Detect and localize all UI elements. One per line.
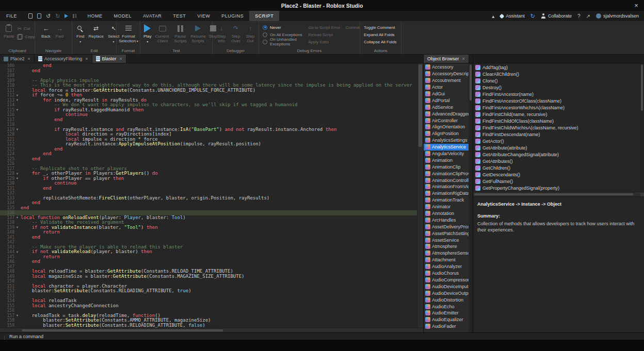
apply-edits-button[interactable]: Apply Edits [308, 38, 340, 45]
quick-play-icon[interactable] [65, 14, 68, 18]
member-item[interactable]: Clone() [473, 77, 639, 84]
file-menu-button[interactable]: FILE [0, 11, 23, 21]
class-item[interactable]: AudioFader [424, 323, 469, 330]
step-into-button[interactable]: Step Into [216, 21, 227, 43]
quick-pause-icon[interactable] [73, 14, 76, 18]
class-item[interactable]: AnalyticsSettings [424, 137, 469, 144]
class-item[interactable]: AnimationFromVideoCreator [424, 183, 469, 190]
tab-test[interactable]: TEST [167, 11, 191, 21]
code-line[interactable]: if not validateInstance(blaster, "Tool")… [21, 225, 417, 230]
member-item[interactable]: FindFirstAncestorOfClass(className) [473, 97, 639, 104]
member-item[interactable]: Destroy() [473, 84, 639, 91]
help-icon[interactable] [577, 13, 581, 19]
class-item[interactable]: AdGui [424, 91, 469, 97]
tab-model[interactable]: MODEL [108, 11, 137, 21]
member-item[interactable]: GetAttributes() [473, 158, 639, 164]
current-client-button[interactable]: Current:Client [155, 21, 170, 43]
command-input[interactable]: Run a command [9, 334, 43, 339]
class-item[interactable]: AudioDeviceOutput [424, 290, 469, 296]
tab-plugins[interactable]: PLUGINS [216, 11, 249, 21]
member-item[interactable]: FindFirstAncestorWhichIsA(className) [473, 104, 639, 111]
code-line[interactable]: return [21, 230, 417, 235]
class-item[interactable]: Annotation [424, 210, 469, 217]
code-line[interactable]: end [21, 235, 417, 240]
class-item[interactable]: AnimationClipProvider [424, 170, 469, 177]
tab-avatar[interactable]: AVATAR [137, 11, 167, 21]
member-item[interactable]: GetAttribute(attribute) [473, 144, 639, 151]
member-item[interactable]: GetChildren() [473, 164, 639, 171]
object-browser-tab[interactable]: Object Browser [424, 55, 469, 63]
close-object-browser-icon[interactable] [462, 56, 465, 61]
sync-icon[interactable] [530, 13, 535, 20]
member-list-scrollbar[interactable] [640, 63, 644, 192]
class-item[interactable]: Atmosphere [424, 243, 469, 250]
find-button[interactable]: Find [76, 21, 85, 44]
class-item[interactable]: AudioChorus [424, 270, 469, 277]
collaborate-button[interactable]: Collaborate [541, 13, 572, 19]
member-item[interactable]: GetFullName() [473, 178, 639, 185]
class-item[interactable]: AssetDeliveryProxy [424, 223, 469, 230]
member-item[interactable]: GetAttributeChangedSignal(attribute) [473, 151, 639, 158]
code-line[interactable]: replicateShotRemote:FireClient(otherPlay… [21, 196, 417, 201]
class-item[interactable]: AtmosphereSensor [424, 250, 469, 257]
class-item[interactable]: Attachment [424, 257, 469, 263]
pause-scripts-button[interactable]: Pause Scripts [173, 21, 187, 43]
class-item[interactable]: AnimationRigData [424, 190, 469, 197]
copy-button[interactable]: Copy [17, 34, 35, 40]
forward-button[interactable]: Fwd [56, 21, 63, 39]
class-item[interactable]: AlignOrientation [424, 124, 469, 130]
class-item[interactable]: AirController [424, 117, 469, 124]
code-editor[interactable]: 106107108109110111112▾113▾114115▾1161171… [0, 63, 417, 328]
assistant-button[interactable]: Assistant [500, 13, 525, 19]
class-item[interactable]: AlignPosition [424, 130, 469, 137]
code-line[interactable]: end [21, 200, 417, 206]
class-item[interactable]: AngularVelocity [424, 151, 469, 157]
code-line[interactable]: end [21, 152, 417, 157]
code-line[interactable]: if otherPlayer == player then [21, 176, 417, 181]
class-item[interactable]: AdvancedDragger [424, 110, 469, 117]
radio-on-unhandled-exceptions[interactable]: On Unhandled Exceptions [263, 38, 303, 45]
class-item[interactable]: Accessory [424, 64, 469, 71]
member-list-horizontal-scrollbar[interactable] [473, 192, 644, 196]
goto-script-error-button[interactable]: Go to Script Error [308, 24, 340, 31]
member-item[interactable]: GetPropertyChangedSignal(property) [473, 185, 639, 191]
doc-tab-accessoryfiltering[interactable]: AccessoryFiltering [35, 55, 92, 63]
close-button[interactable] [629, 0, 644, 11]
scrollbar-thumb[interactable] [22, 329, 223, 331]
expand-all-folds-button[interactable]: Expand All Folds [364, 31, 397, 38]
replace-button[interactable]: Replace [89, 21, 104, 39]
code-line[interactable]: end [21, 63, 417, 69]
publish-icon[interactable] [37, 13, 41, 19]
fold-arrow-icon[interactable]: ▾ [14, 127, 20, 131]
step-out-button[interactable]: Step Out [245, 21, 256, 43]
format-selection-button[interactable]: Format Selection [118, 21, 139, 44]
code-line[interactable]: local magazineSize = blaster:GetAttribut… [21, 274, 417, 279]
code-line[interactable]: blaster:SetAttribute(Constants.RELOADING… [21, 289, 417, 294]
tab-script[interactable]: SCRIPT [249, 11, 279, 21]
resume-scripts-button[interactable]: Resume Scripts [190, 21, 205, 43]
step-over-button[interactable]: Step Over [230, 21, 242, 43]
code-line[interactable]: end [21, 147, 417, 152]
class-item[interactable]: AssetPatchSettings [424, 230, 469, 237]
save-icon[interactable] [28, 13, 33, 19]
class-item[interactable]: AudioEmitter [424, 310, 469, 316]
code-line[interactable]: continue [21, 181, 417, 186]
fold-arrow-icon[interactable]: ▾ [14, 108, 20, 112]
class-item[interactable]: AudioEqualizer [424, 316, 469, 323]
class-item[interactable]: Actor [424, 84, 469, 91]
code-line[interactable] [21, 294, 417, 299]
code-line[interactable]: end [21, 118, 417, 123]
class-item[interactable]: AssetService [424, 237, 469, 243]
commit-button[interactable]: Commit [345, 24, 360, 31]
close-tab-icon[interactable] [85, 56, 88, 61]
cut-button[interactable]: Cut [17, 25, 35, 31]
member-item[interactable]: FindFirstChildOfClass(className) [473, 118, 639, 124]
code-line[interactable]: return [21, 255, 417, 260]
class-item[interactable]: ArcHandles [424, 216, 469, 223]
editor-horizontal-scrollbar[interactable] [0, 328, 423, 332]
back-button[interactable]: Back [41, 21, 51, 39]
class-item[interactable]: AudioEcho [424, 303, 469, 310]
scrollbar-thumb[interactable] [418, 64, 422, 147]
scrollbar-thumb[interactable] [641, 64, 643, 111]
fold-arrow-icon[interactable]: ▾ [14, 93, 20, 97]
